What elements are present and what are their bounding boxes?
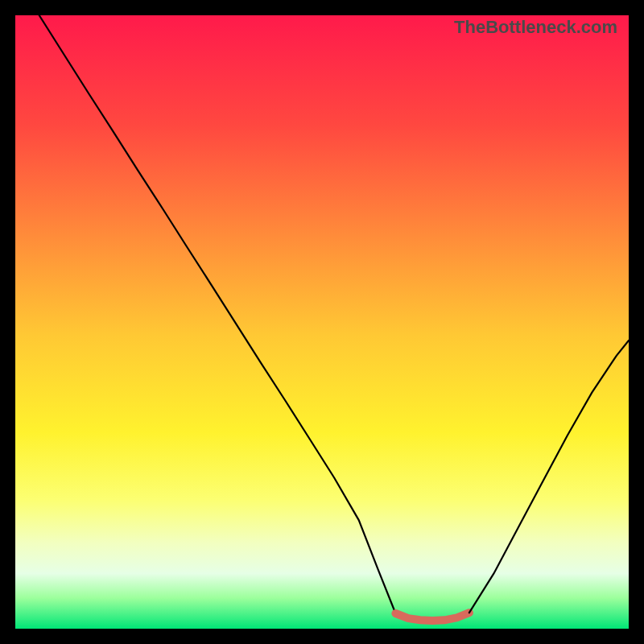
series-left xyxy=(39,15,396,613)
chart-frame: TheBottleneck.com xyxy=(0,0,644,644)
chart-svg xyxy=(15,15,629,629)
plot-area: TheBottleneck.com xyxy=(15,15,629,629)
series-floor xyxy=(395,613,469,621)
series-right xyxy=(469,341,629,613)
